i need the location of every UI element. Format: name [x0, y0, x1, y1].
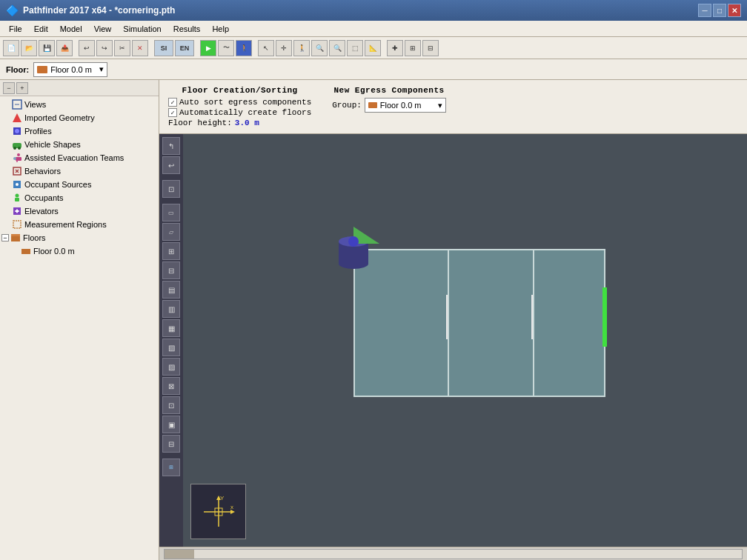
- tree-item-occupant-sources[interactable]: Occupant Sources: [0, 178, 159, 191]
- views-icon: [11, 99, 23, 110]
- group-value: Floor 0.0 m: [380, 101, 422, 110]
- new-button[interactable]: 📄: [3, 40, 19, 56]
- tree-item-elevators[interactable]: Elevators: [0, 204, 159, 218]
- move-tool[interactable]: ✛: [276, 40, 292, 56]
- floor-selector[interactable]: Floor 0.0 m ▾: [33, 62, 107, 77]
- menu-view[interactable]: View: [88, 23, 118, 35]
- floor-bar: Floor: Floor 0.0 m ▾: [0, 59, 747, 80]
- vtb-tool13[interactable]: ⊟: [162, 435, 180, 453]
- title-bar-left: 🔷 Pathfinder 2017 x64 - *cornering.pth: [6, 4, 175, 16]
- vtb-tool9[interactable]: ▨: [162, 358, 180, 376]
- vtb-tool12[interactable]: ▣: [162, 416, 180, 433]
- tree-item-profiles[interactable]: Profiles: [0, 124, 159, 138]
- zoom-in[interactable]: 🔍: [311, 40, 328, 56]
- vtb-zoom-fit[interactable]: ⊡: [162, 180, 180, 198]
- tree-item-imported-geometry[interactable]: Imported Geometry: [0, 111, 159, 124]
- toolbar: 📄 📂 💾 📤 ↩ ↪ ✂ ✕ SI EN ▶ 〜 🚶 ↖ ✛ 🚶 🔍 🔍 ⬚ …: [0, 37, 747, 59]
- zoom-out[interactable]: 🔍: [329, 40, 345, 56]
- exit-door-marker: [602, 287, 607, 347]
- select-tool[interactable]: ↖: [258, 40, 274, 56]
- menu-simulation[interactable]: Simulation: [117, 23, 167, 35]
- minimize-button[interactable]: ─: [698, 4, 711, 17]
- grid-toggle[interactable]: ⊞: [405, 40, 421, 56]
- tree-label-imported-geometry: Imported Geometry: [24, 113, 95, 122]
- tree-expand-all[interactable]: +: [16, 82, 28, 94]
- undo-button[interactable]: ↩: [79, 40, 95, 56]
- tree-item-views[interactable]: Views: [0, 98, 159, 111]
- floor-creation-title: Floor Creation/Sorting: [168, 86, 311, 95]
- walk-tool[interactable]: 🚶: [293, 40, 310, 56]
- tool-panels: Floor Creation/Sorting Auto sort egress …: [159, 80, 747, 134]
- open-button[interactable]: 📂: [21, 40, 37, 56]
- tree-expand-floor-0: [10, 247, 19, 256]
- redo-button[interactable]: ↪: [96, 40, 113, 56]
- tree-label-occupants: Occupants: [24, 193, 64, 202]
- save-button[interactable]: 💾: [39, 40, 55, 56]
- tree-item-vehicle-shapes[interactable]: Vehicle Shapes: [0, 138, 159, 151]
- svg-point-6: [13, 147, 16, 150]
- vtb-tool5[interactable]: ▤: [162, 281, 180, 299]
- title-bar: 🔷 Pathfinder 2017 x64 - *cornering.pth ─…: [0, 0, 747, 21]
- new-egress-title: New Egress Components: [332, 86, 446, 95]
- vtb-rotate-right[interactable]: ↩: [162, 156, 180, 174]
- cut-button[interactable]: ✂: [114, 40, 130, 56]
- vtb-draw-room[interactable]: ▭: [162, 204, 180, 221]
- tree-expand-floors[interactable]: −: [1, 234, 9, 241]
- menu-edit[interactable]: Edit: [28, 23, 54, 35]
- tree-item-occupants[interactable]: Occupants: [0, 191, 159, 204]
- tree-expand-assisted: [1, 153, 10, 162]
- group-selector[interactable]: Floor 0.0 m ▾: [365, 98, 446, 113]
- maximize-button[interactable]: □: [713, 4, 726, 17]
- character-svg: [331, 223, 391, 275]
- menu-bar: File Edit Model View Simulation Results …: [0, 21, 747, 37]
- left-panel: − + Views Imported Geometry: [0, 80, 159, 560]
- tree-collapse-all[interactable]: −: [3, 82, 15, 94]
- tree-expand-geometry: [1, 113, 10, 122]
- vtb-add-door[interactable]: ⊞: [162, 242, 180, 260]
- tree: Views Imported Geometry Profiles: [0, 96, 159, 560]
- menu-file[interactable]: File: [3, 23, 28, 35]
- title-bar-controls: ─ □ ✕: [698, 4, 741, 17]
- svg-rect-24: [11, 234, 20, 236]
- canvas-area[interactable]: Y x: [183, 134, 747, 547]
- tree-item-measurement-regions[interactable]: Measurement Regions: [0, 218, 159, 231]
- menu-results[interactable]: Results: [167, 23, 207, 35]
- occupant-button[interactable]: 🚶: [236, 40, 252, 56]
- sim-settings[interactable]: 〜: [218, 40, 234, 56]
- vtb-measure[interactable]: ⊞: [162, 459, 180, 476]
- scroll-thumb[interactable]: [165, 550, 194, 559]
- close-button[interactable]: ✕: [728, 4, 741, 17]
- vtb-tool10[interactable]: ⊠: [162, 377, 180, 395]
- vtb-tool7[interactable]: ▦: [162, 319, 180, 337]
- vtb-tool8[interactable]: ▧: [162, 339, 180, 356]
- tree-item-behaviors[interactable]: Behaviors: [0, 164, 159, 178]
- vtb-exit[interactable]: ⊟: [162, 261, 180, 279]
- auto-sort-label: Auto sort egress components: [179, 98, 311, 107]
- add-point[interactable]: ✚: [387, 40, 403, 56]
- floor-creation-panel: Floor Creation/Sorting Auto sort egress …: [165, 83, 314, 130]
- menu-help[interactable]: Help: [206, 23, 235, 35]
- run-button[interactable]: ▶: [200, 40, 216, 56]
- si-button[interactable]: SI: [154, 40, 173, 56]
- zoom-box[interactable]: ⬚: [347, 40, 363, 56]
- auto-create-checkbox[interactable]: [168, 108, 177, 117]
- delete-button[interactable]: ✕: [132, 40, 148, 56]
- auto-sort-checkbox[interactable]: [168, 98, 177, 107]
- horizontal-scrollbar[interactable]: [164, 549, 743, 559]
- vtb-tool6[interactable]: ▥: [162, 300, 180, 318]
- floor-geometry: [353, 249, 605, 397]
- vtb-tool11[interactable]: ⊡: [162, 396, 180, 414]
- view-settings[interactable]: ⊟: [422, 40, 439, 56]
- tree-expand-views: [1, 100, 10, 109]
- tree-item-assisted-evacuation[interactable]: Assisted Evacuation Teams: [0, 151, 159, 164]
- vtb-draw-stair[interactable]: ▱: [162, 223, 180, 241]
- en-button[interactable]: EN: [175, 40, 194, 56]
- export-button[interactable]: 📤: [56, 40, 73, 56]
- elevators-icon: [11, 205, 23, 217]
- tree-item-floor-0[interactable]: Floor 0.0 m: [0, 244, 159, 258]
- snap-tool[interactable]: 📐: [365, 40, 381, 56]
- floor-divider-1: [448, 250, 449, 396]
- tree-item-floors[interactable]: − Floors: [0, 231, 159, 244]
- vtb-rotate-left[interactable]: ↰: [162, 137, 180, 155]
- menu-model[interactable]: Model: [54, 23, 88, 35]
